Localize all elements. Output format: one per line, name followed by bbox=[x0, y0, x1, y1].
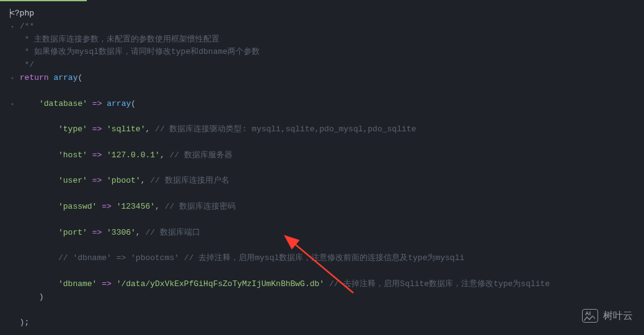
fold-marker[interactable]: ▾ bbox=[10, 100, 15, 109]
close-paren: ) bbox=[39, 292, 44, 302]
code-line bbox=[7, 85, 644, 98]
key-host: 'host' bbox=[58, 150, 87, 160]
watermark-logo-icon: AI bbox=[582, 309, 598, 323]
key-passwd: 'passwd' bbox=[58, 202, 97, 211]
comment-text: * 主数据库连接参数，未配置的参数使用框架惯性配置 bbox=[20, 35, 219, 44]
key-dbname: 'dbname' bbox=[58, 279, 97, 289]
return-keyword: return bbox=[20, 73, 49, 82]
commented-line: // 'dbname' => 'pbootcms' // 去掉注释，启用mysq… bbox=[58, 253, 464, 263]
code-line bbox=[7, 239, 644, 252]
inline-comment: // 数据库连接密码 bbox=[160, 202, 236, 211]
code-line: // 'dbname' => 'pbootcms' // 去掉注释，启用mysq… bbox=[7, 252, 644, 265]
code-line bbox=[7, 136, 644, 149]
php-open-tag: <?php bbox=[10, 9, 34, 18]
key-port: 'port' bbox=[58, 228, 87, 237]
val-user: 'pboot' bbox=[107, 176, 141, 185]
close-stmt: ); bbox=[20, 318, 30, 327]
arrow-op: => bbox=[87, 228, 107, 237]
code-line: ▾ 'database' => array( bbox=[7, 98, 644, 111]
code-line bbox=[7, 110, 644, 123]
arrow-op: => bbox=[87, 176, 107, 185]
code-line: <?php bbox=[7, 7, 644, 20]
code-line: 'passwd' => '123456', // 数据库连接密码 bbox=[7, 201, 644, 214]
code-line: ▾ return array( bbox=[7, 72, 644, 85]
code-editor[interactable]: <?php ▾ /** * 主数据库连接参数，未配置的参数使用框架惯性配置 * … bbox=[0, 2, 644, 334]
arrow-op: => bbox=[87, 124, 107, 134]
inline-comment: // 数据库连接用户名 bbox=[145, 176, 229, 185]
comma: , bbox=[136, 228, 141, 237]
code-line: */ bbox=[7, 59, 644, 72]
val-port: '3306' bbox=[107, 228, 136, 237]
arrow-op: => bbox=[97, 202, 116, 211]
code-line: * 主数据库连接参数，未配置的参数使用框架惯性配置 bbox=[7, 33, 644, 46]
inline-comment: // 去掉注释，启用Sqlite数据库，注意修改type为sqlite bbox=[324, 279, 550, 289]
array-function: array bbox=[53, 73, 77, 82]
arrow-op: => bbox=[87, 99, 107, 108]
inline-comment: // 数据库服务器 bbox=[165, 150, 232, 160]
code-line: ) bbox=[7, 291, 644, 304]
key-user: 'user' bbox=[58, 176, 87, 185]
fold-marker[interactable]: ▾ bbox=[10, 74, 15, 83]
code-line bbox=[7, 188, 644, 201]
array-function: array bbox=[107, 99, 131, 108]
comment-block-close: */ bbox=[20, 60, 34, 69]
fold-marker[interactable]: ▾ bbox=[10, 23, 15, 32]
paren: ( bbox=[131, 99, 136, 108]
inline-comment: // 数据库端口 bbox=[141, 228, 200, 237]
key-database: 'database' bbox=[39, 99, 87, 108]
comment-text: * 如果修改为mysql数据库，请同时修改type和dbname两个参数 bbox=[20, 47, 260, 56]
code-line bbox=[7, 303, 644, 316]
paren: ( bbox=[77, 73, 82, 82]
code-line: 'port' => '3306', // 数据库端口 bbox=[7, 227, 644, 240]
key-type: 'type' bbox=[58, 124, 87, 134]
watermark-text: 树叶云 bbox=[603, 308, 633, 324]
code-line bbox=[7, 162, 644, 175]
arrow-op: => bbox=[97, 279, 116, 289]
code-line: ); bbox=[7, 316, 644, 329]
watermark: AI 树叶云 bbox=[582, 308, 633, 324]
val-passwd: '123456' bbox=[117, 202, 155, 211]
comma: , bbox=[160, 150, 165, 160]
code-line: 'type' => 'sqlite', // 数据库连接驱动类型: mysqli… bbox=[7, 123, 644, 136]
code-line bbox=[7, 265, 644, 278]
arrow-op: => bbox=[87, 150, 107, 160]
val-dbname: '/data/yDxVkExPfGiHqFsZoTyMzIjUmKnBhBwG.… bbox=[117, 279, 324, 289]
code-line bbox=[7, 214, 644, 227]
val-host: '127.0.0.1' bbox=[107, 150, 160, 160]
comma: , bbox=[155, 202, 160, 211]
code-line: 'dbname' => '/data/yDxVkExPfGiHqFsZoTyMz… bbox=[7, 278, 644, 291]
code-line: ▾ /** bbox=[7, 20, 644, 33]
code-line: * 如果修改为mysql数据库，请同时修改type和dbname两个参数 bbox=[7, 46, 644, 59]
val-type: 'sqlite' bbox=[107, 124, 145, 134]
code-line: 'host' => '127.0.0.1', // 数据库服务器 bbox=[7, 149, 644, 162]
code-line: 'user' => 'pboot', // 数据库连接用户名 bbox=[7, 175, 644, 188]
inline-comment: // 数据库连接驱动类型: mysqli,sqlite,pdo_mysql,pd… bbox=[150, 124, 416, 134]
comment-block-open: /** bbox=[20, 22, 34, 31]
